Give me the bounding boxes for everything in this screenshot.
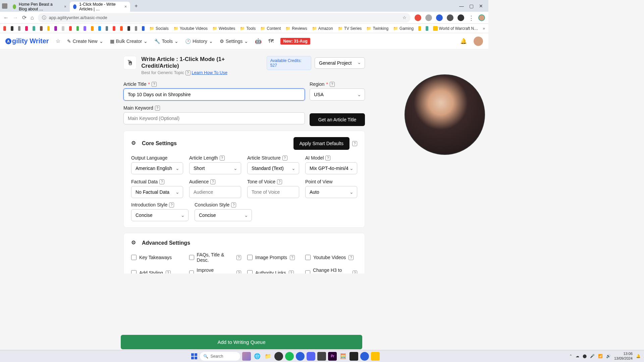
- nav-bulk-creator[interactable]: ▦ Bulk Creator ⌄: [110, 39, 148, 44]
- region-select[interactable]: USA: [310, 88, 365, 101]
- article-structure-select[interactable]: Standard (Text): [247, 162, 299, 174]
- check-takeaways[interactable]: Key Takeaways: [131, 252, 183, 263]
- bookmark-star-icon[interactable]: ☆: [402, 15, 407, 20]
- browser-tab-1[interactable]: 1-Click Mode - Write Articles | … ×: [70, 2, 130, 12]
- checkbox[interactable]: [189, 255, 194, 260]
- nav-create-new[interactable]: ✎ Create New ⌄: [67, 39, 103, 44]
- checkbox[interactable]: [247, 255, 253, 260]
- bm-icon[interactable]: [418, 26, 421, 31]
- intro-style-select[interactable]: Concise: [131, 209, 189, 221]
- get-title-button[interactable]: Get an Article Title: [310, 113, 365, 126]
- check-authority[interactable]: Authority Links ?: [247, 267, 299, 274]
- help-icon[interactable]: ?: [277, 179, 282, 184]
- bm-icon[interactable]: [91, 26, 94, 31]
- site-info-icon[interactable]: ⓘ: [42, 15, 46, 21]
- bookmark-item[interactable]: World of Warcraft N…: [433, 26, 478, 31]
- help-icon[interactable]: ?: [289, 270, 294, 274]
- check-readability[interactable]: Improve Readability ?: [189, 267, 241, 274]
- help-icon[interactable]: ?: [282, 156, 287, 161]
- bookmark-folder[interactable]: 📁 Amazon: [312, 26, 333, 31]
- new-tab-button[interactable]: +: [132, 2, 140, 10]
- bookmark-folder[interactable]: 📁 Websites: [212, 26, 235, 31]
- help-icon[interactable]: ?: [231, 202, 236, 207]
- learn-link[interactable]: Learn How To Use: [192, 70, 227, 75]
- bookmark-folder[interactable]: 📁 Content: [260, 26, 281, 31]
- maximize-icon[interactable]: ▢: [469, 3, 474, 9]
- bookmark-folder[interactable]: 📁 Twinking: [366, 26, 388, 31]
- checkbox[interactable]: [131, 255, 137, 260]
- help-icon[interactable]: ?: [155, 106, 160, 111]
- bm-icon[interactable]: [47, 26, 50, 31]
- check-faqs[interactable]: FAQs, Title & Desc. ?: [189, 252, 241, 263]
- help-icon[interactable]: ?: [236, 255, 241, 260]
- check-h3bold[interactable]: Change H3 to Bold ?: [305, 267, 357, 274]
- minimize-icon[interactable]: —: [459, 3, 464, 9]
- bookmark-folder[interactable]: 📁 TV Series: [338, 26, 362, 31]
- ext-icon[interactable]: [436, 14, 443, 21]
- check-prompts[interactable]: Image Prompts ?: [247, 252, 299, 263]
- check-youtube[interactable]: Youtube Videos ?: [305, 252, 357, 263]
- ext-icon[interactable]: [447, 14, 453, 21]
- checkbox[interactable]: [305, 255, 311, 260]
- help-icon[interactable]: ?: [290, 255, 295, 260]
- bm-icon[interactable]: [120, 26, 123, 31]
- map-icon[interactable]: 🗺: [268, 38, 274, 44]
- bm-icon[interactable]: [54, 26, 57, 31]
- help-icon[interactable]: ?: [236, 270, 241, 274]
- checkbox[interactable]: [189, 270, 194, 274]
- help-icon[interactable]: ?: [166, 270, 171, 274]
- factual-data-select[interactable]: No Factual Data: [131, 186, 183, 198]
- help-icon[interactable]: ?: [325, 156, 330, 161]
- close-tab-icon[interactable]: ×: [64, 4, 66, 9]
- bm-icon[interactable]: [142, 26, 145, 31]
- close-tab-icon[interactable]: ×: [124, 4, 127, 9]
- bm-icon[interactable]: [69, 26, 72, 31]
- bm-icon[interactable]: [84, 26, 86, 31]
- bm-icon[interactable]: [18, 26, 21, 31]
- audience-input[interactable]: [189, 186, 241, 198]
- conclusion-style-select[interactable]: Concise: [195, 209, 252, 221]
- bm-icon[interactable]: [33, 26, 35, 31]
- pov-select[interactable]: Auto: [305, 186, 357, 198]
- checkbox[interactable]: [247, 270, 253, 274]
- browser-tab-0[interactable]: Home Pen Beast a Blog about … ×: [9, 2, 70, 12]
- back-icon[interactable]: ←: [3, 15, 9, 21]
- bm-icon[interactable]: [113, 26, 115, 31]
- keyword-input[interactable]: [123, 112, 305, 124]
- star-icon[interactable]: ☆: [56, 38, 60, 44]
- help-icon[interactable]: ?: [348, 255, 354, 260]
- bm-icon[interactable]: [135, 26, 138, 31]
- article-title-input[interactable]: [123, 88, 305, 101]
- url-input[interactable]: ⓘ app.agilitywriter.ai/basic-mode ☆: [38, 13, 411, 22]
- ext-icon[interactable]: [415, 14, 421, 21]
- bm-icon[interactable]: [40, 26, 43, 31]
- bm-icon[interactable]: [98, 26, 101, 31]
- bm-icon[interactable]: [11, 26, 13, 31]
- help-icon[interactable]: ?: [185, 70, 191, 75]
- new-badge[interactable]: New: 31-Aug: [280, 38, 310, 45]
- bookmark-folder[interactable]: 📁 Gaming: [393, 26, 414, 31]
- bm-icon[interactable]: [106, 26, 108, 31]
- project-select[interactable]: General Project: [315, 57, 365, 69]
- bm-icon[interactable]: [62, 26, 64, 31]
- bm-icon[interactable]: [76, 26, 79, 31]
- close-window-icon[interactable]: ✕: [479, 3, 483, 9]
- profile-avatar-icon[interactable]: [478, 14, 485, 21]
- bookmark-folder[interactable]: 📁 Youtube Videos: [173, 26, 208, 31]
- checkbox[interactable]: [305, 270, 310, 274]
- bookmark-folder[interactable]: 📁 Socials: [149, 26, 169, 31]
- bm-icon[interactable]: [25, 26, 28, 31]
- help-icon[interactable]: ?: [169, 202, 174, 207]
- ai-model-select[interactable]: Mix GPT-4o-mini/4: [305, 162, 357, 174]
- bookmark-folder[interactable]: 📁 Reviews: [285, 26, 307, 31]
- check-styling[interactable]: Add Styling ?: [131, 267, 183, 274]
- nav-settings[interactable]: ⚙ Settings ⌄: [220, 39, 249, 44]
- help-icon[interactable]: ?: [330, 82, 335, 87]
- tone-input[interactable]: [247, 186, 299, 198]
- help-icon[interactable]: ?: [352, 141, 357, 146]
- article-length-select[interactable]: Short: [189, 162, 241, 174]
- tab-dropdown-icon[interactable]: [2, 3, 7, 9]
- bm-icon[interactable]: [127, 26, 130, 31]
- robot-icon[interactable]: 🤖: [255, 38, 262, 44]
- nav-tools[interactable]: 🔧 Tools ⌄: [154, 39, 178, 44]
